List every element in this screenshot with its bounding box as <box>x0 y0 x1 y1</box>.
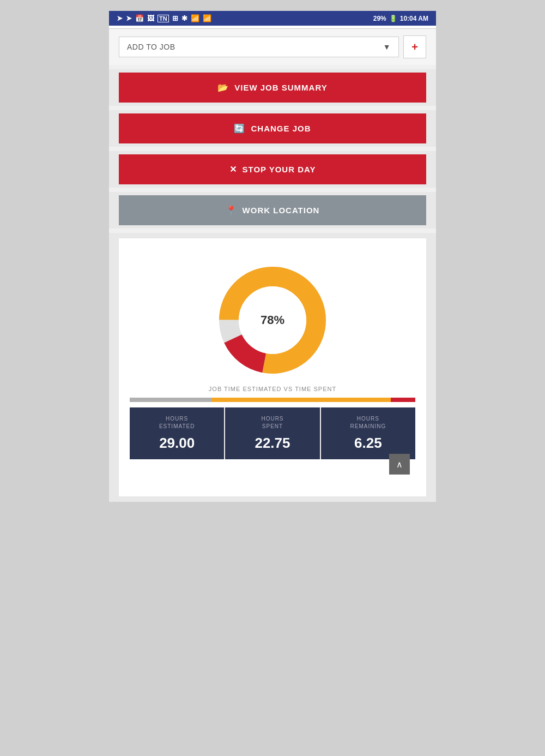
bluetooth-icon: ✱ <box>181 14 187 22</box>
stop-your-day-label: STOP YOUR DAY <box>243 165 316 174</box>
change-job-label: CHANGE JOB <box>251 124 311 133</box>
dropdown-row: ADD TO JOB ▼ + <box>109 29 436 65</box>
hours-spent-label: HOURSSPENT <box>231 415 314 430</box>
hours-remaining-label: HOURSREMAINING <box>326 415 410 430</box>
hours-estimated-cell: HOURSESTIMATED 29.00 <box>130 407 225 459</box>
chart-percentage: 78% <box>261 313 284 327</box>
stats-table: HOURSESTIMATED 29.00 HOURSSPENT 22.75 HO… <box>130 407 415 459</box>
calendar-icon: 📅 <box>135 14 144 22</box>
view-job-summary-row: 📂 VIEW JOB SUMMARY <box>109 69 436 106</box>
hours-spent-cell: HOURSSPENT 22.75 <box>225 407 320 459</box>
hours-remaining-cell: HOURSREMAINING 6.25 <box>321 407 415 459</box>
hours-spent-value: 22.75 <box>231 435 314 452</box>
gap-2 <box>109 106 436 110</box>
chevron-down-icon: ▼ <box>383 43 391 51</box>
view-job-summary-label: VIEW JOB SUMMARY <box>234 83 327 92</box>
folder-icon: 📂 <box>217 82 229 93</box>
stop-your-day-button[interactable]: ✕ STOP YOUR DAY <box>119 154 426 184</box>
progress-bar <box>130 398 415 402</box>
donut-chart: 78% <box>213 260 332 380</box>
hours-remaining-value: 6.25 <box>326 435 410 452</box>
gap-4 <box>109 188 436 192</box>
scroll-up-button[interactable]: ∧ <box>389 454 410 475</box>
gap-5 <box>109 229 436 233</box>
chevron-up-icon: ∧ <box>396 459 403 470</box>
donut-chart-container: 78% <box>130 260 415 380</box>
battery-percent: 29% <box>373 15 386 22</box>
wifi-icon: 📶 <box>191 14 199 22</box>
x-icon: ✕ <box>229 164 237 175</box>
work-location-label: WORK LOCATION <box>243 206 320 215</box>
work-location-button[interactable]: 📍 WORK LOCATION <box>119 195 426 225</box>
image-icon-1: 🖼 <box>147 14 154 22</box>
refresh-icon: 🔄 <box>234 123 245 134</box>
hours-estimated-value: 29.00 <box>135 435 219 452</box>
status-bar-right: 29% 🔋 10:04 AM <box>373 15 428 22</box>
view-job-summary-button[interactable]: 📂 VIEW JOB SUMMARY <box>119 73 426 103</box>
stop-your-day-row: ✕ STOP YOUR DAY <box>109 151 436 188</box>
dropdown-label: ADD TO JOB <box>127 43 175 51</box>
change-job-button[interactable]: 🔄 CHANGE JOB <box>119 113 426 143</box>
image-icon-2: ⊞ <box>172 14 178 22</box>
plus-icon: + <box>411 41 418 53</box>
hours-estimated-label: HOURSESTIMATED <box>135 415 219 430</box>
tn-icon: TN <box>158 15 169 22</box>
progress-orange-segment <box>211 398 391 402</box>
gap-1 <box>109 65 436 69</box>
signal-icon: 📶 <box>203 14 211 22</box>
time-display: 10:04 AM <box>400 15 428 22</box>
gap-3 <box>109 147 436 151</box>
chart-label: JOB TIME ESTIMATED VS TIME SPENT <box>130 386 415 392</box>
phone-container: ➤ ➤ 📅 🖼 TN ⊞ ✱ 📶 📶 29% 🔋 10:04 AM ADD TO… <box>109 11 436 502</box>
progress-gray-segment <box>130 398 211 402</box>
status-bar-left: ➤ ➤ 📅 🖼 TN ⊞ ✱ 📶 📶 <box>117 14 211 22</box>
add-to-job-dropdown[interactable]: ADD TO JOB ▼ <box>119 37 399 57</box>
nav-icon-2: ➤ <box>126 14 132 22</box>
battery-icon: 🔋 <box>389 15 397 22</box>
add-job-button[interactable]: + <box>403 35 426 58</box>
status-bar: ➤ ➤ 📅 🖼 TN ⊞ ✱ 📶 📶 29% 🔋 10:04 AM <box>109 11 436 26</box>
nav-icon-1: ➤ <box>117 14 123 22</box>
progress-red-segment <box>391 398 415 402</box>
work-location-row: 📍 WORK LOCATION <box>109 192 436 229</box>
chart-section: 78% JOB TIME ESTIMATED VS TIME SPENT HOU… <box>119 238 426 496</box>
change-job-row: 🔄 CHANGE JOB <box>109 110 436 147</box>
pin-icon: 📍 <box>226 205 237 215</box>
